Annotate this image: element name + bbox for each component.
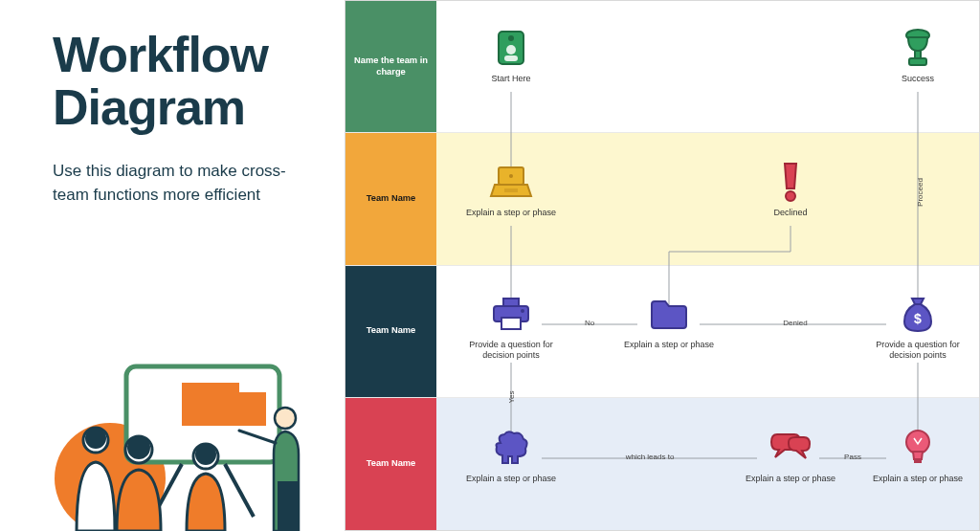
node-question-1: Provide a question for decision points [463, 294, 559, 361]
node-caption: Provide a question for decision points [870, 340, 966, 361]
node-brain: Explain a step or phase [463, 428, 559, 484]
svg-point-9 [127, 436, 150, 459]
node-caption: Provide a question for decision points [463, 340, 559, 361]
svg-rect-3 [239, 392, 266, 426]
swimlane-grid: Name the team in charge Team Name Team N… [345, 0, 980, 531]
page-title: Workflow Diagram [53, 29, 316, 133]
node-caption: Explain a step or phase [743, 474, 838, 484]
laptop-icon [463, 162, 559, 202]
swimlane-row-1: Team Name [345, 133, 979, 265]
swimlane-label-0: Name the team in charge [345, 1, 436, 132]
svg-rect-26 [503, 299, 519, 306]
exclamation-icon [743, 162, 838, 202]
connector-label-proceed: Proceed [916, 176, 924, 209]
svg-point-12 [275, 408, 296, 429]
connector-label-denied: Denied [781, 319, 809, 327]
svg-line-5 [225, 464, 254, 517]
svg-rect-21 [909, 58, 926, 65]
node-success: Success [870, 28, 966, 84]
connector-label-no: No [583, 319, 596, 327]
svg-point-17 [506, 45, 516, 55]
node-declined: Declined [743, 162, 838, 218]
swimlane-label-2: Team Name [345, 266, 436, 397]
svg-point-29 [521, 309, 524, 313]
node-caption: Start Here [463, 74, 559, 84]
lightbulb-icon [870, 428, 966, 468]
node-question-2: $ Provide a question for decision points [870, 294, 966, 361]
svg-point-25 [786, 191, 795, 201]
node-laptop: Explain a step or phase [463, 162, 559, 218]
id-card-icon [463, 28, 559, 68]
brain-icon [463, 428, 559, 468]
svg-rect-2 [182, 383, 239, 426]
svg-rect-24 [504, 188, 518, 192]
money-bag-icon: $ [870, 294, 966, 334]
page: Workflow Diagram Use this diagram to mak… [0, 0, 980, 531]
trophy-icon [870, 28, 966, 68]
svg-point-16 [508, 35, 514, 41]
svg-point-23 [509, 174, 513, 178]
swimlane-label-1: Team Name [345, 133, 436, 264]
node-caption: Declined [743, 208, 838, 218]
svg-rect-28 [501, 318, 521, 329]
team-meeting-illustration [38, 330, 325, 531]
node-caption: Explain a step or phase [463, 208, 559, 218]
chat-icon [743, 428, 838, 468]
node-caption: Success [870, 74, 966, 84]
svg-rect-18 [504, 55, 518, 61]
swimlane-label-text: Name the team in charge [353, 55, 429, 77]
svg-point-11 [195, 444, 216, 465]
node-caption: Explain a step or phase [463, 474, 559, 484]
printer-icon [463, 294, 559, 334]
title-line2: Diagram [53, 79, 245, 135]
svg-text:$: $ [914, 311, 922, 326]
svg-rect-20 [915, 51, 921, 58]
node-folder: Explain a step or phase [621, 294, 717, 350]
swimlane-label-text: Team Name [367, 325, 416, 337]
connector-label-pass: Pass [842, 453, 863, 461]
node-bulb: Explain a step or phase [870, 428, 966, 484]
swimlane-label-text: Team Name [367, 458, 416, 470]
svg-rect-32 [914, 459, 922, 463]
title-line1: Workflow [53, 27, 268, 82]
node-caption: Explain a step or phase [870, 474, 966, 484]
swimlane-label-text: Team Name [367, 193, 416, 205]
folder-icon [621, 294, 717, 334]
node-caption: Explain a step or phase [621, 340, 717, 350]
svg-point-7 [85, 428, 106, 449]
swimlane-label-3: Team Name [345, 398, 436, 530]
svg-point-31 [906, 431, 929, 454]
svg-rect-14 [278, 481, 299, 531]
connector-label-leadsto: which leads to [624, 453, 677, 461]
connector-label-yes: Yes [507, 388, 516, 405]
node-start: Start Here [463, 28, 559, 84]
page-subtitle: Use this diagram to make cross-team func… [53, 160, 292, 207]
left-column: Workflow Diagram Use this diagram to mak… [0, 0, 345, 531]
node-chat: Explain a step or phase [743, 428, 838, 484]
